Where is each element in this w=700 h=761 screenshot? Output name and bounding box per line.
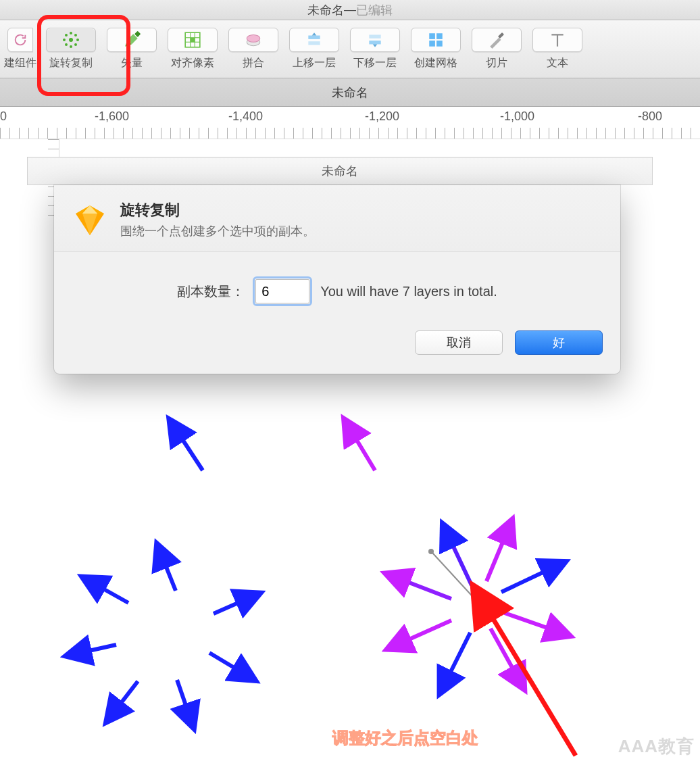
- merge-icon: [228, 28, 278, 52]
- svg-line-46: [449, 537, 472, 585]
- toolbar-move-up[interactable]: 上移一层: [284, 20, 345, 78]
- toolbar-create-component[interactable]: 建组件: [0, 20, 41, 78]
- svg-line-36: [162, 557, 176, 591]
- svg-rect-26: [498, 32, 504, 39]
- toolbar-label: 旋转复制: [49, 56, 93, 70]
- toolbar-label: 下移一层: [353, 56, 397, 70]
- toolbar-align-pixels[interactable]: 对齐像素: [162, 20, 223, 78]
- refresh-icon: [7, 28, 33, 52]
- ok-button[interactable]: 好: [515, 330, 603, 355]
- window-title-bar: 未命名 — 已编辑: [0, 0, 700, 20]
- svg-point-1: [70, 32, 72, 34]
- dialog-subtitle: 围绕一个点创建多个选中项的副本。: [120, 223, 315, 239]
- toolbar-label: 对齐像素: [171, 56, 214, 70]
- tab-label: 未命名: [332, 84, 368, 101]
- rotate-copies-dialog: 旋转复制 围绕一个点创建多个选中项的副本。 副本数量： You will hav…: [54, 185, 620, 374]
- copies-hint: You will have 7 layers in total.: [320, 284, 497, 299]
- cancel-button[interactable]: 取消: [415, 330, 503, 355]
- dialog-title: 旋转复制: [120, 200, 315, 220]
- svg-rect-24: [429, 41, 435, 47]
- svg-point-17: [247, 34, 260, 42]
- toolbar-merge[interactable]: 拼合: [223, 20, 284, 78]
- svg-rect-20: [369, 34, 380, 38]
- svg-line-35: [351, 431, 375, 470]
- copies-input[interactable]: [255, 279, 309, 303]
- svg-line-54: [489, 612, 576, 756]
- window-sep: —: [344, 3, 356, 17]
- svg-marker-29: [76, 214, 104, 235]
- rotate-copies-icon: [46, 28, 96, 52]
- copies-label: 副本数量：: [177, 283, 245, 301]
- slice-knife-icon: [472, 28, 522, 52]
- svg-line-37: [95, 584, 128, 603]
- toolbar-slice[interactable]: 切片: [466, 20, 527, 78]
- text-icon: [532, 28, 582, 52]
- svg-point-4: [76, 39, 79, 41]
- ruler-horizontal[interactable]: 0-1,600-1,400-1,200-1,000-800: [0, 107, 700, 139]
- svg-line-47: [399, 579, 451, 599]
- move-down-icon: [350, 28, 400, 52]
- svg-line-49: [446, 633, 470, 681]
- grid-icon: [168, 28, 218, 52]
- toolbar-text[interactable]: 文本: [527, 20, 588, 78]
- artboard-header[interactable]: 未命名: [27, 157, 653, 185]
- window-title: 未命名: [307, 2, 344, 18]
- svg-point-45: [428, 549, 434, 554]
- svg-line-51: [503, 612, 557, 631]
- ruler-mark: 0: [0, 109, 7, 124]
- svg-rect-19: [308, 41, 320, 45]
- svg-line-48: [400, 620, 451, 643]
- svg-line-42: [214, 599, 247, 614]
- ruler-mark: -800: [638, 109, 662, 124]
- svg-rect-25: [436, 41, 443, 47]
- svg-rect-23: [436, 33, 443, 39]
- svg-line-52: [501, 568, 553, 592]
- svg-rect-22: [429, 33, 435, 39]
- svg-point-0: [69, 38, 73, 42]
- canvas[interactable]: 未命名 旋转复制 围绕一个点创建多个选中项的副本。 副本数量： You will…: [0, 139, 700, 761]
- toolbar-label: 上移一层: [293, 56, 336, 70]
- toolbar-create-grid[interactable]: 创建网格: [405, 20, 466, 78]
- svg-line-44: [432, 553, 478, 603]
- svg-line-39: [115, 681, 138, 711]
- svg-point-2: [70, 45, 72, 48]
- watermark: AAA教育: [618, 735, 695, 758]
- svg-line-53: [486, 533, 507, 581]
- vector-pen-icon: [107, 28, 157, 52]
- svg-point-5: [65, 34, 68, 36]
- toolbar-label: 矢量: [121, 56, 143, 70]
- svg-line-34: [177, 431, 203, 470]
- toolbar-label: 文本: [547, 56, 568, 70]
- toolbar: 建组件 旋转复制 矢量 对齐像素 拼合 上移一层: [0, 20, 700, 78]
- move-up-icon: [289, 28, 339, 52]
- svg-line-38: [80, 645, 116, 653]
- svg-point-8: [74, 43, 77, 46]
- sketch-diamond-icon: [72, 201, 108, 238]
- svg-rect-18: [308, 36, 320, 39]
- annotation-text: 调整好之后点空白处: [332, 727, 478, 749]
- artboard-name: 未命名: [322, 163, 358, 179]
- toolbar-label: 建组件: [4, 56, 36, 70]
- toolbar-move-down[interactable]: 下移一层: [345, 20, 405, 78]
- ruler-mark: -1,000: [500, 109, 534, 124]
- svg-line-50: [491, 629, 518, 677]
- toolbar-label: 拼合: [243, 56, 264, 70]
- svg-line-41: [209, 653, 243, 673]
- toolbar-rotate-copies[interactable]: 旋转复制: [41, 20, 101, 78]
- svg-point-3: [63, 39, 66, 41]
- ruler-mark: -1,600: [95, 109, 129, 124]
- document-tab[interactable]: 未命名: [0, 78, 700, 107]
- ruler-mark: -1,200: [365, 109, 399, 124]
- toolbar-label: 创建网格: [414, 56, 457, 70]
- toolbar-vector[interactable]: 矢量: [101, 20, 162, 78]
- window-edited: 已编辑: [356, 2, 393, 18]
- toolbar-label: 切片: [486, 56, 507, 70]
- svg-point-7: [65, 43, 68, 46]
- create-grid-icon: [411, 28, 461, 52]
- svg-point-6: [74, 34, 77, 36]
- svg-line-40: [177, 680, 189, 715]
- svg-rect-15: [191, 38, 195, 43]
- svg-point-43: [475, 599, 484, 609]
- ruler-mark: -1,400: [228, 109, 263, 124]
- svg-rect-21: [369, 41, 380, 44]
